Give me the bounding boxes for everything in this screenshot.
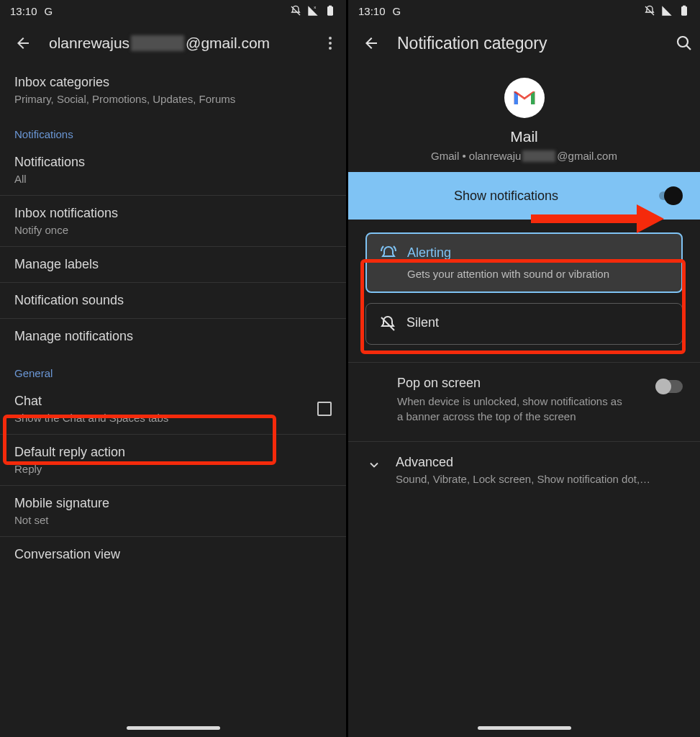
chevron-down-icon	[367, 458, 381, 472]
battery-icon	[678, 5, 690, 17]
settings-list: Inbox categories Primary, Social, Promot…	[0, 65, 346, 737]
card-silent[interactable]: Silent	[365, 303, 683, 345]
card-title: Alerting	[407, 245, 668, 261]
phone-right: 13:10 G Notification category Mail Gmail…	[348, 0, 700, 737]
label: Pop on screen	[397, 376, 644, 391]
nav-pill[interactable]	[478, 726, 571, 730]
bell-off-icon	[379, 315, 396, 333]
checkbox[interactable]	[317, 402, 332, 416]
more-button[interactable]	[322, 35, 339, 52]
svg-line-6	[686, 45, 691, 50]
app-name: Mail	[510, 128, 538, 145]
item-inbox-notifications[interactable]: Inbox notifications Notify once	[0, 195, 346, 246]
item-notification-sounds[interactable]: Notification sounds	[0, 282, 346, 318]
sublabel: Not set	[14, 514, 332, 526]
item-chat[interactable]: Chat Show the Chat and Spaces tabs	[0, 384, 346, 434]
app-hero: Mail Gmail • olanrewaju @gmail.com	[348, 65, 700, 172]
more-vert-icon	[329, 37, 332, 50]
status-bar: 13:10 G x	[0, 0, 346, 22]
toggle-knob[interactable]	[664, 186, 683, 205]
back-arrow-icon	[363, 35, 380, 52]
signal-icon	[661, 5, 673, 17]
card-alerting[interactable]: Alerting Gets your attention with sound …	[365, 232, 683, 293]
sublabel: Show the Chat and Spaces tabs	[14, 412, 168, 424]
email-prefix: olanrewajus	[49, 35, 129, 52]
phone-left: 13:10 G x olanrewajus @gmail.com Inbox c…	[0, 0, 348, 737]
label: Inbox notifications	[14, 206, 332, 221]
nav-pill[interactable]	[127, 726, 220, 730]
redacted-segment	[131, 35, 184, 51]
item-inbox-categories[interactable]: Inbox categories Primary, Social, Promot…	[0, 65, 346, 115]
sublabel: Sound, Vibrate, Lock screen, Show notifi…	[396, 473, 683, 485]
card-title: Silent	[406, 315, 439, 330]
label: Notifications	[14, 155, 332, 170]
card-desc: Gets your attention with sound or vibrat…	[407, 268, 668, 280]
sublabel: Primary, Social, Promotions, Updates, Fo…	[14, 93, 332, 105]
label: Notification sounds	[14, 293, 332, 308]
label: Mobile signature	[14, 496, 332, 511]
search-button[interactable]	[676, 35, 693, 52]
svg-rect-1	[327, 6, 333, 16]
item-advanced[interactable]: Advanced Sound, Vibrate, Lock screen, Sh…	[348, 442, 700, 498]
svg-text:x: x	[314, 5, 316, 9]
sublabel: Reply	[14, 463, 332, 475]
label: Default reply action	[14, 445, 332, 460]
gmail-icon	[504, 78, 545, 118]
label: Inbox categories	[14, 75, 332, 90]
label: Advanced	[396, 455, 683, 470]
page-title: olanrewajus @gmail.com	[49, 35, 304, 52]
item-default-reply[interactable]: Default reply action Reply	[0, 434, 346, 485]
dnd-icon	[290, 5, 301, 17]
behavior-cards: Alerting Gets your attention with sound …	[348, 220, 700, 358]
sublabel: All	[14, 173, 332, 185]
item-mobile-signature[interactable]: Mobile signature Not set	[0, 485, 346, 536]
svg-rect-4	[683, 6, 686, 7]
redacted-segment	[522, 150, 555, 162]
svg-rect-2	[329, 6, 332, 7]
clock: 13:10	[10, 5, 37, 17]
label: Show notifications	[348, 189, 664, 204]
svg-rect-3	[681, 6, 687, 16]
app-header: Notification category	[348, 22, 700, 65]
item-manage-labels[interactable]: Manage labels	[0, 246, 346, 282]
item-conversation-view[interactable]: Conversation view	[0, 536, 346, 572]
sublabel: Notify once	[14, 224, 332, 236]
dnd-icon	[644, 5, 655, 17]
back-arrow-icon	[14, 35, 32, 52]
item-notifications[interactable]: Notifications All	[0, 145, 346, 195]
sub-prefix: Gmail • olanrewaju	[431, 150, 521, 162]
back-button[interactable]	[14, 35, 32, 52]
label: Chat	[14, 394, 168, 409]
battery-icon	[324, 5, 336, 17]
label: Manage labels	[14, 257, 332, 272]
section-general: General	[0, 354, 346, 384]
status-icons: x	[290, 5, 336, 17]
label: Manage notifications	[14, 329, 332, 344]
google-indicator: G	[45, 5, 53, 17]
back-button[interactable]	[363, 35, 380, 52]
google-indicator: G	[393, 5, 401, 17]
bell-ring-icon	[380, 245, 397, 263]
svg-point-5	[678, 37, 688, 47]
app-header: olanrewajus @gmail.com	[0, 22, 346, 65]
email-suffix: @gmail.com	[186, 35, 270, 52]
item-pop-on-screen[interactable]: Pop on screen When device is unlocked, s…	[348, 363, 700, 437]
switch-pop[interactable]	[657, 380, 683, 393]
status-icons	[644, 5, 690, 17]
signal-icon: x	[307, 5, 319, 17]
page-title: Notification category	[397, 34, 658, 53]
section-notifications: Notifications	[0, 115, 346, 145]
sub-suffix: @gmail.com	[557, 150, 617, 162]
app-subtitle: Gmail • olanrewaju @gmail.com	[431, 150, 617, 162]
clock: 13:10	[358, 5, 386, 17]
item-manage-notifications[interactable]: Manage notifications	[0, 318, 346, 354]
search-icon	[676, 35, 693, 52]
show-notifications-row[interactable]: Show notifications	[348, 172, 700, 220]
sublabel: When device is unlocked, show notificati…	[397, 394, 627, 424]
label: Conversation view	[14, 547, 332, 562]
status-bar: 13:10 G	[348, 0, 700, 22]
